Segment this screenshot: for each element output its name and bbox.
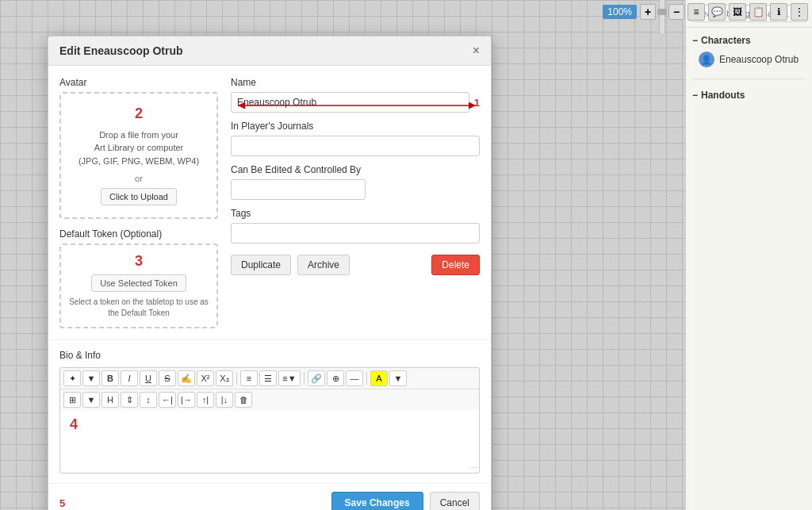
bio-number: 4 — [70, 416, 78, 433]
bio-label: Bio & Info — [59, 350, 480, 361]
characters-label: Characters — [701, 35, 751, 46]
footer-number: 5 — [59, 497, 65, 509]
zoom-display: 100% — [603, 5, 637, 19]
cancel-button[interactable]: Cancel — [430, 492, 480, 510]
tags-label: Tags — [231, 208, 480, 219]
controlled-by-label: Can Be Edited & Controlled By — [231, 164, 480, 175]
upload-button[interactable]: Click to Upload — [101, 188, 177, 205]
avatar-number: 2 — [135, 105, 143, 122]
tb-font-btn[interactable]: ✍ — [178, 370, 195, 386]
modal-footer: 5 Save Changes Cancel — [48, 483, 491, 510]
toolbar-row-2: ⊞ ▼ H ⇕ ↕ ←| |→ ↑| |↓ 🗑 — [60, 389, 479, 410]
tb-unlink-btn[interactable]: ⊕ — [327, 370, 344, 386]
modal-close-btn[interactable]: × — [473, 44, 480, 57]
handouts-section: − Handouts — [686, 82, 812, 108]
default-token-label: Default Token (Optional) — [59, 228, 218, 240]
tb-unordered-list-btn[interactable]: ☰ — [259, 370, 277, 386]
tb-sep-3 — [366, 372, 367, 385]
tb-move-down-btn[interactable]: |↓ — [216, 392, 233, 408]
tags-input[interactable] — [231, 223, 480, 243]
right-column: Name 1 In Player's Journals Can Be Edite… — [231, 77, 480, 328]
tags-form-group: Tags — [231, 208, 480, 243]
duplicate-button[interactable]: Duplicate — [231, 255, 291, 275]
players-journals-form-group: In Player's Journals — [231, 121, 480, 156]
modal-body: Avatar 2 Drop a file from your Art Libra… — [48, 66, 491, 339]
info-icon-btn[interactable]: ℹ — [770, 3, 787, 21]
character-avatar-icon: 👤 — [699, 52, 714, 67]
journal-icon-btn[interactable]: 📋 — [749, 3, 767, 21]
avatar-or-text: or — [135, 174, 143, 183]
edit-character-modal: Edit Eneauscoop Otrub × Avatar 2 Drop a … — [48, 36, 492, 510]
left-column: Avatar 2 Drop a file from your Art Libra… — [59, 77, 218, 328]
avatar-drop-text: Drop a file from your Art Library or com… — [79, 128, 199, 168]
players-journals-label: In Player's Journals — [231, 121, 480, 132]
tb-row-split-btn[interactable]: ↕ — [140, 392, 157, 408]
controlled-by-input[interactable] — [231, 179, 366, 200]
tb-italic-btn[interactable]: I — [121, 370, 138, 386]
controlled-by-form-group: Can Be Edited & Controlled By — [231, 164, 480, 200]
action-buttons-row: Duplicate Archive Delete — [231, 255, 480, 275]
name-form-group: Name 1 — [231, 77, 480, 113]
editor-resize-handle[interactable]: ⋯ — [469, 463, 477, 471]
avatar-label: Avatar — [59, 77, 218, 88]
modal-header: Edit Eneauscoop Otrub × — [48, 36, 491, 66]
toolbar-row-1: ✦ ▼ B I U S ✍ X² X₂ ≡ ☰ ≡▼ 🔗 ⊕ — A ▼ — [60, 368, 479, 389]
tb-move-up-btn[interactable]: ↑| — [197, 392, 214, 408]
tb-highlight-btn[interactable]: A — [370, 370, 388, 386]
zoom-track — [659, 0, 665, 36]
tb-align-btn[interactable]: ≡▼ — [278, 370, 301, 386]
avatar-upload-area[interactable]: 2 Drop a file from your Art Library or c… — [59, 92, 218, 219]
handouts-label: Handouts — [701, 90, 745, 101]
archive-button[interactable]: Archive — [297, 255, 350, 275]
tb-table-dropdown[interactable]: ▼ — [82, 392, 100, 408]
tb-heading-btn[interactable]: H — [102, 392, 119, 408]
tb-strikethrough-btn[interactable]: S — [159, 370, 176, 386]
save-changes-button[interactable]: Save Changes — [331, 492, 423, 510]
tb-link-btn[interactable]: 🔗 — [308, 370, 325, 386]
tb-ordered-list-btn[interactable]: ≡ — [240, 370, 258, 386]
bio-section: Bio & Info ✦ ▼ B I U S ✍ X² X₂ ≡ ☰ ≡▼ 🔗 … — [48, 339, 491, 483]
editor-content-area[interactable]: 4 ⋯ — [59, 410, 480, 474]
handouts-header[interactable]: − Handouts — [692, 87, 806, 103]
tb-row-height-btn[interactable]: ⇕ — [121, 392, 138, 408]
players-journals-input[interactable] — [231, 136, 480, 156]
tb-superscript-btn[interactable]: X² — [197, 370, 214, 386]
tb-bold-btn[interactable]: B — [102, 370, 119, 386]
tb-magic-btn[interactable]: ✦ — [63, 370, 81, 386]
editor-toolbar: ✦ ▼ B I U S ✍ X² X₂ ≡ ☰ ≡▼ 🔗 ⊕ — A ▼ — [59, 367, 480, 410]
tb-sep-2 — [304, 372, 304, 385]
settings-icon-btn[interactable]: ⋮ — [791, 3, 808, 21]
tb-color-dropdown[interactable]: ▼ — [389, 370, 407, 386]
handouts-collapse-icon: − — [692, 90, 698, 101]
tb-underline-btn[interactable]: U — [140, 370, 157, 386]
tb-magic-dropdown[interactable]: ▼ — [82, 370, 100, 386]
tb-delete-table-btn[interactable]: 🗑 — [235, 392, 252, 408]
use-selected-token-btn[interactable]: Use Selected Token — [91, 274, 186, 292]
sidebar-divider — [692, 79, 806, 79]
zoom-plus-btn[interactable]: + — [640, 4, 656, 20]
token-hint-text: Select a token on the tabletop to use as… — [69, 297, 209, 319]
hamburger-menu-btn[interactable]: ≡ — [688, 3, 705, 21]
tb-table-btn[interactable]: ⊞ — [63, 392, 81, 408]
tb-indent-left-btn[interactable]: ←| — [159, 392, 176, 408]
tb-sep-1 — [236, 372, 237, 385]
top-toolbar: 100% + − ≡ 💬 🖼 📋 ℹ ⋮ — [0, 0, 812, 24]
zoom-minus-btn[interactable]: − — [668, 4, 684, 20]
tb-indent-right-btn[interactable]: |→ — [178, 392, 195, 408]
name-label: Name — [231, 77, 480, 88]
name-field-wrapper: 1 — [231, 92, 480, 113]
art-icon-btn[interactable]: 🖼 — [729, 3, 746, 21]
character-name: Eneauscoop Otrub — [719, 54, 799, 65]
name-number: 1 — [474, 97, 480, 109]
tb-hr-btn[interactable]: — — [346, 370, 363, 386]
delete-button[interactable]: Delete — [431, 255, 480, 275]
modal-title: Edit Eneauscoop Otrub — [59, 44, 183, 57]
chat-icon-btn[interactable]: 💬 — [708, 3, 726, 21]
character-item-eneauscoop[interactable]: 👤 Eneauscoop Otrub — [692, 48, 806, 71]
tb-subscript-btn[interactable]: X₂ — [216, 370, 233, 386]
zoom-thumb — [657, 9, 667, 15]
default-token-area: 3 Use Selected Token Select a token on t… — [59, 243, 218, 328]
name-input[interactable] — [231, 92, 469, 113]
token-number: 3 — [69, 253, 209, 270]
toolbar-right: 100% + − ≡ 💬 🖼 📋 ℹ ⋮ — [603, 0, 808, 36]
